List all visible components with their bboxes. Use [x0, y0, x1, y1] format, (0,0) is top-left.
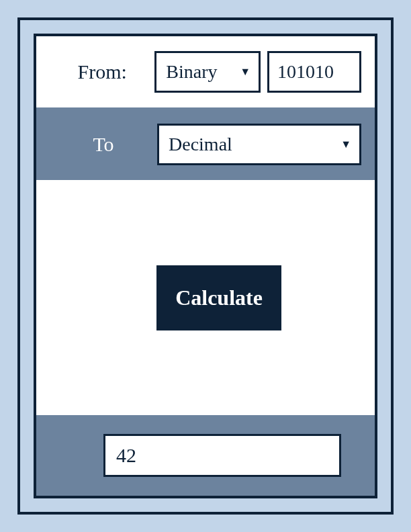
- to-select[interactable]: Decimal ▼: [157, 124, 361, 165]
- chevron-down-icon: ▼: [240, 66, 250, 78]
- to-select-value: Decimal: [169, 134, 232, 155]
- result-output: 42: [103, 434, 341, 477]
- from-select[interactable]: Binary ▼: [154, 51, 261, 93]
- from-label: From:: [50, 60, 154, 83]
- from-value-input[interactable]: [267, 51, 361, 93]
- converter-panel: From: Binary ▼ To Decimal ▼ Calculate 42: [17, 17, 394, 515]
- to-label: To: [50, 133, 157, 156]
- action-row: Calculate: [36, 180, 375, 415]
- chevron-down-icon: ▼: [340, 138, 351, 150]
- from-select-value: Binary: [166, 61, 217, 83]
- converter-inner: From: Binary ▼ To Decimal ▼ Calculate 42: [34, 34, 377, 498]
- calculate-button[interactable]: Calculate: [156, 265, 281, 330]
- result-row: 42: [36, 415, 375, 496]
- to-row: To Decimal ▼: [36, 109, 375, 180]
- from-row: From: Binary ▼: [36, 36, 375, 109]
- result-value: 42: [116, 444, 136, 467]
